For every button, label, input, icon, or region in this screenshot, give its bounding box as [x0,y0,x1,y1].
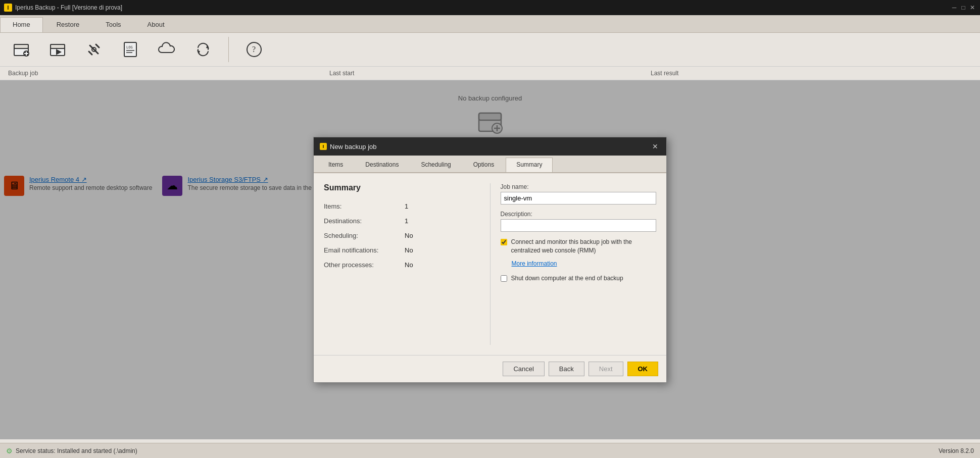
summary-row-items: Items: 1 [324,202,480,210]
rmm-checkbox[interactable] [501,239,507,245]
job-name-input[interactable] [501,192,657,205]
modal-overlay: I New backup job ✕ Items Destinations Sc… [0,80,980,439]
svg-text:?: ? [252,45,256,54]
col-backup-job: Backup job [8,70,329,77]
version-label: Version 8.2.0 [939,447,974,454]
toolbar-cloud[interactable] [154,38,180,61]
status-bar: ⚙ Service status: Installed and started … [0,443,980,458]
summary-label-email: Email notifications: [324,246,405,254]
summary-panel: Summary Items: 1 Destinations: 1 Schedul… [324,183,480,345]
ok-button[interactable]: OK [627,362,659,376]
tab-tools[interactable]: Tools [93,17,133,32]
cancel-button[interactable]: Cancel [503,362,544,376]
menu-tabs: Home Restore Tools About [0,15,980,33]
dialog-content: Summary Items: 1 Destinations: 1 Schedul… [314,173,666,355]
maximize-button[interactable]: □ [960,4,967,11]
table-header: Backup job Last start Last result [0,67,980,80]
minimize-button[interactable]: ─ [951,4,958,11]
dialog-tab-destinations[interactable]: Destinations [355,158,409,172]
more-info-link[interactable]: More information [512,260,657,267]
summary-label-destinations: Destinations: [324,217,405,225]
toolbar-tools[interactable] [81,38,107,61]
rmm-checkbox-label: Connect and monitor this backup job with… [511,238,657,255]
service-status: Service status: Installed and started (.… [16,447,137,454]
svg-line-9 [96,44,99,47]
description-input[interactable] [501,219,657,232]
tab-about[interactable]: About [135,17,177,32]
summary-value-scheduling: No [405,232,413,239]
description-label: Description: [501,211,657,218]
svg-rect-6 [51,44,65,48]
help-icon: ? [245,40,263,59]
svg-rect-1 [14,44,28,48]
svg-line-10 [89,52,92,55]
summary-row-destinations: Destinations: 1 [324,217,480,225]
dialog-title: New backup job [330,143,377,150]
dialog-tab-scheduling[interactable]: Scheduling [410,158,461,172]
summary-row-other: Other processes: No [324,261,480,269]
dialog-footer: Cancel Back Next OK [314,355,666,382]
col-last-start: Last start [329,70,651,77]
toolbar-help[interactable]: ? [241,38,267,61]
col-last-result: Last result [651,70,972,77]
summary-value-destinations: 1 [405,217,408,225]
dialog-tabs: Items Destinations Scheduling Options Su… [314,156,666,173]
form-panel: Job name: Description: Connect and monit… [490,183,657,345]
summary-value-email: No [405,246,413,254]
summary-row-email: Email notifications: No [324,246,480,254]
app-icon: I [4,4,12,12]
toolbar-run-backup[interactable] [44,38,71,61]
summary-heading: Summary [324,183,480,192]
toolbar: LOG ? [0,33,980,67]
summary-row-scheduling: Scheduling: No [324,232,480,239]
dialog: I New backup job ✕ Items Destinations Sc… [313,137,667,383]
tab-home[interactable]: Home [0,17,43,32]
job-name-label: Job name: [501,183,657,190]
summary-value-other: No [405,261,413,269]
summary-value-items: 1 [405,202,408,210]
new-backup-icon [12,40,30,59]
tab-restore[interactable]: Restore [44,17,92,32]
toolbar-new-backup[interactable] [8,38,34,61]
back-button[interactable]: Back [549,362,584,376]
log-icon: LOG [121,40,139,59]
toolbar-separator [228,37,229,62]
svg-rect-12 [124,42,136,57]
toolbar-log[interactable]: LOG [117,38,143,61]
summary-label-scheduling: Scheduling: [324,232,405,239]
shutdown-checkbox[interactable] [501,275,507,282]
dialog-titlebar: I New backup job ✕ [314,137,666,156]
summary-label-other: Other processes: [324,261,405,269]
title-bar: I Iperius Backup - Full [Versione di pro… [0,0,980,15]
close-button[interactable]: ✕ [969,4,976,11]
run-backup-icon [48,40,67,59]
toolbar-sync[interactable] [190,38,216,61]
dialog-tab-items[interactable]: Items [318,158,354,172]
tools-icon [85,40,103,59]
svg-text:LOG: LOG [126,45,133,49]
dialog-close-button[interactable]: ✕ [650,141,660,151]
window-title: Iperius Backup - Full [Versione di prova… [15,4,122,11]
rmm-checkbox-row: Connect and monitor this backup job with… [501,238,657,255]
next-button[interactable]: Next [589,362,623,376]
cloud-icon [158,40,176,59]
shutdown-checkbox-label: Shut down computer at the end of backup [511,274,623,283]
sync-icon [194,40,212,59]
summary-label-items: Items: [324,202,405,210]
dialog-tab-summary[interactable]: Summary [506,158,553,172]
dialog-icon: I [320,143,327,150]
svg-line-8 [90,45,98,54]
shutdown-checkbox-row: Shut down computer at the end of backup [501,274,657,283]
dialog-tab-options[interactable]: Options [463,158,505,172]
